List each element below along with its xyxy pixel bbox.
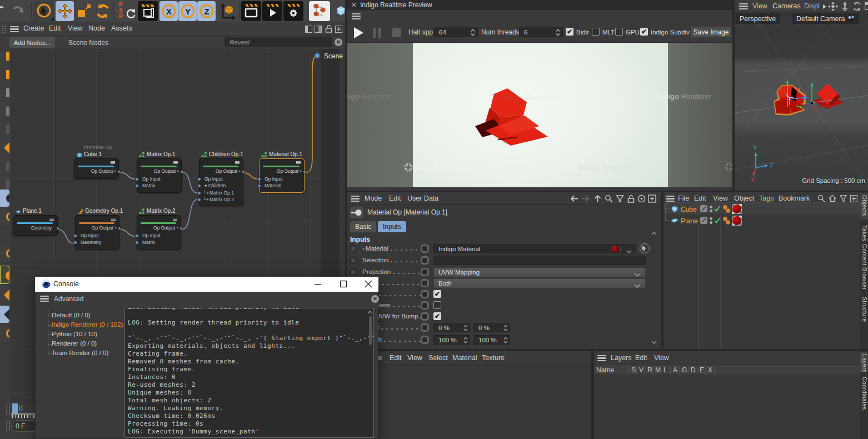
palette-tool-0[interactable] xyxy=(0,49,9,64)
om-menu-edit[interactable]: Edit xyxy=(694,194,706,202)
stop-button[interactable] xyxy=(392,28,401,37)
search-clear-icon[interactable]: ✕ xyxy=(335,38,342,46)
grip-handle[interactable] xyxy=(6,405,11,415)
axis-y-lock-button[interactable]: Y xyxy=(178,1,197,21)
console-tree-2[interactable]: Python (10 / 10) xyxy=(52,331,124,337)
console-tree-4[interactable]: Team Render (0 / 0) xyxy=(52,350,124,356)
palette-tool-4[interactable] xyxy=(0,121,9,138)
row-port[interactable] xyxy=(421,323,429,332)
row-port[interactable] xyxy=(421,256,429,265)
node-matrix-op-2[interactable]: Op OutputOp InputMatrix xyxy=(137,215,181,250)
checkbox-mlt[interactable] xyxy=(592,28,600,36)
row-port[interactable] xyxy=(421,336,429,344)
timeline-playhead[interactable] xyxy=(12,403,18,413)
percent-field[interactable]: 100 % xyxy=(433,335,470,345)
palette-tool-12[interactable] xyxy=(0,286,9,303)
om-menu-view[interactable]: View xyxy=(713,194,728,202)
row-port[interactable] xyxy=(421,290,429,298)
row-anim-dot[interactable] xyxy=(350,268,357,276)
palette-tool-8[interactable] xyxy=(0,189,9,207)
input-port[interactable] xyxy=(135,234,139,238)
percent-field[interactable]: 0 % xyxy=(433,323,470,332)
pick-object-button[interactable] xyxy=(640,243,650,253)
palette-tool-11[interactable] xyxy=(0,266,9,284)
input-port[interactable] xyxy=(135,177,139,181)
mm-menu-select[interactable]: Select xyxy=(428,354,448,362)
console-tree-0[interactable]: Default (0 / 0) xyxy=(52,312,124,318)
camera-crop-button[interactable] xyxy=(138,1,158,21)
text-field-selection[interactable] xyxy=(433,256,646,265)
child-input-port[interactable] xyxy=(197,198,201,202)
node-matrix-op-1[interactable]: Op OutputOp InputMatrix xyxy=(137,158,182,193)
console-tree-1[interactable]: Indigo Renderer (0 / 102) xyxy=(52,321,124,328)
input-port[interactable] xyxy=(257,177,261,181)
om-menu-object[interactable]: Object xyxy=(734,194,754,202)
row-port[interactable] xyxy=(421,312,429,321)
timeline-ruler[interactable] xyxy=(11,413,35,418)
visibility-toggle[interactable] xyxy=(700,217,707,224)
child-input-port[interactable] xyxy=(197,191,201,195)
output-port[interactable] xyxy=(303,170,306,173)
palette-tool-9[interactable] xyxy=(0,208,9,225)
node-menu-icon[interactable] xyxy=(111,161,115,164)
material-link-field[interactable]: Indigo Material xyxy=(433,244,636,253)
node-menu-icon[interactable] xyxy=(296,161,301,164)
side-tab-layers[interactable]: Layers xyxy=(860,352,868,372)
input-port[interactable] xyxy=(197,184,201,188)
editor-dot[interactable] xyxy=(710,206,712,208)
mm-menu-texture[interactable]: Texture xyxy=(482,354,505,362)
scale-tool-button[interactable] xyxy=(74,1,93,21)
select-projection[interactable]: UVW Mapping xyxy=(433,267,646,277)
node-editor-menu-icon[interactable] xyxy=(10,26,19,32)
side-tab-structure[interactable]: Structure xyxy=(860,295,868,325)
axis-x-lock-button[interactable]: X xyxy=(159,1,178,21)
material-tag[interactable] xyxy=(732,216,742,226)
scene-input-port[interactable] xyxy=(315,53,320,58)
node-material-op-1[interactable]: Op OutputOp InputMaterial xyxy=(259,158,305,193)
rotate-tool-button[interactable] xyxy=(93,1,112,21)
mm-menu-view[interactable]: View xyxy=(407,354,422,362)
vp-swap-button[interactable] xyxy=(865,2,868,10)
input-port[interactable] xyxy=(73,241,77,245)
mm-menu-edit[interactable]: Edit xyxy=(390,354,402,362)
percent-field[interactable]: 0 % xyxy=(473,323,510,332)
output-port[interactable] xyxy=(180,170,183,173)
render-view-button[interactable] xyxy=(241,1,261,21)
palette-tool-6[interactable] xyxy=(0,157,9,174)
row-port[interactable] xyxy=(421,268,429,276)
material-tag[interactable] xyxy=(732,204,742,214)
menu-node[interactable]: Node xyxy=(88,24,105,32)
checkbox-use-uvw-for-bump[interactable]: ✔ xyxy=(433,312,441,320)
palette-tool-3[interactable] xyxy=(0,102,9,119)
close-button[interactable] xyxy=(360,277,377,292)
editor-dot[interactable] xyxy=(710,217,712,220)
save-image-button[interactable]: Save Image xyxy=(690,26,732,38)
node-menu-icon[interactable] xyxy=(49,218,54,221)
input-port[interactable] xyxy=(73,234,77,238)
attr-menu-mode[interactable]: Mode xyxy=(365,194,382,202)
render-settings-button[interactable] xyxy=(283,1,303,21)
indigo-menu-icon[interactable] xyxy=(352,13,361,19)
output-port[interactable] xyxy=(179,227,183,230)
menu-create[interactable]: Create xyxy=(23,24,44,32)
checkbox-bidir[interactable]: ✔ xyxy=(566,28,573,36)
tab-inputs[interactable]: Inputs xyxy=(378,221,406,232)
mm-menu-material[interactable]: Material xyxy=(452,354,477,362)
row-anim-dot[interactable] xyxy=(350,245,357,252)
node-geometry-op-1[interactable]: Op OutputOp InputGeometry xyxy=(75,215,119,250)
num-threads-input[interactable]: 6 xyxy=(519,27,563,37)
add-nodes-button[interactable]: Add Nodes... xyxy=(9,37,55,48)
render-dot[interactable] xyxy=(710,209,712,212)
tab-basic[interactable]: Basic xyxy=(350,221,376,232)
node-cube-1[interactable]: Op Output xyxy=(74,158,119,179)
layers-menu-layers[interactable]: Layers xyxy=(611,354,632,362)
console-titlebar[interactable]: Console xyxy=(35,277,378,292)
minimize-button[interactable] xyxy=(310,277,326,292)
layers-menu-view[interactable]: View xyxy=(654,354,669,362)
layers-menu-icon[interactable] xyxy=(597,355,606,361)
checkbox-indigo-subdiv[interactable]: ✔ xyxy=(640,28,648,36)
coordinate-system-button[interactable] xyxy=(217,1,238,21)
viewport-3d-area[interactable]: PerspectiveDefault CameraYZXGrid Spacing… xyxy=(735,12,868,191)
palette-tool-13[interactable] xyxy=(0,306,9,323)
console-cancel-icon[interactable]: ✕ xyxy=(371,295,379,303)
